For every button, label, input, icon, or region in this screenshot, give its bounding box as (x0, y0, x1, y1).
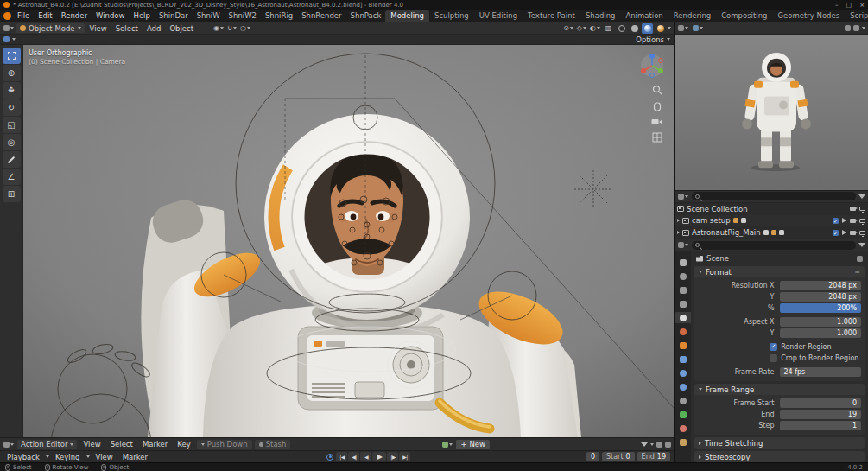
exclude-checkbox[interactable]: ✓ (833, 218, 839, 224)
image-pin-icon[interactable] (845, 25, 851, 31)
camera-view-icon[interactable] (651, 118, 662, 126)
rotate-tool[interactable]: ↻ (3, 99, 21, 116)
timeline-menu-keying[interactable]: Keying (52, 453, 84, 461)
viewport-menu-object[interactable]: Object (166, 24, 197, 33)
viewport-visibility-icon[interactable] (859, 231, 865, 235)
gizmos-icon[interactable]: ◇ (576, 23, 587, 34)
3d-viewport[interactable]: User Orthographic (0) Scene Collection |… (23, 45, 674, 437)
camera-visibility-icon[interactable] (850, 219, 856, 223)
workspace-tab-scripting[interactable]: Scripting (845, 10, 868, 22)
current-frame-field[interactable]: 0 (586, 452, 599, 461)
action-browse-icon[interactable] (441, 439, 453, 449)
play-button[interactable]: ▶ (372, 452, 386, 461)
zoom-icon[interactable] (652, 85, 662, 95)
shading-rendered-button[interactable] (655, 23, 666, 34)
outliner-search-input[interactable] (692, 192, 856, 200)
tab-render[interactable] (675, 271, 691, 282)
frame-step-field[interactable]: 1 (780, 421, 862, 430)
properties-filter-icon[interactable] (858, 243, 865, 247)
image-options-chevron[interactable] (862, 27, 865, 29)
image-channels-icon[interactable] (853, 25, 859, 31)
selectable-icon[interactable] (842, 230, 846, 235)
tab-constraints[interactable] (675, 395, 691, 406)
timeline-menu-playback[interactable]: Playback (3, 453, 43, 461)
jump-to-end-button[interactable]: ▶| (399, 452, 410, 461)
frame-range-panel-header[interactable]: Frame Range (694, 384, 865, 395)
active-tool-icon[interactable] (3, 36, 10, 42)
tab-physics[interactable] (675, 381, 691, 392)
mode-dropdown[interactable]: Object Mode (16, 23, 85, 33)
tab-world[interactable] (675, 326, 691, 337)
properties-editor-icon[interactable] (677, 240, 689, 251)
aspect-y-field[interactable]: 1.000 (780, 328, 862, 338)
camera-visibility-icon[interactable] (850, 231, 856, 235)
tool-settings-chevron[interactable] (12, 38, 16, 41)
visibility-icon[interactable]: ⊙ (562, 23, 574, 34)
workspace-tab-compositing[interactable]: Compositing (716, 10, 772, 22)
close-button[interactable]: × (859, 2, 865, 9)
shading-wireframe-button[interactable] (616, 23, 627, 34)
crop-region-checkbox[interactable] (770, 354, 777, 362)
push-down-button[interactable]: Push Down (197, 440, 252, 449)
format-presets-icon[interactable]: ≡ (854, 268, 860, 276)
exclude-checkbox[interactable]: ✓ (833, 230, 839, 236)
frame-start-field[interactable]: 0 (780, 398, 862, 408)
transform-pivot-icon[interactable]: ◉ (212, 23, 225, 34)
tab-output[interactable] (675, 284, 691, 296)
outliner-editor-icon[interactable] (677, 191, 689, 201)
dopesheet-editor-icon[interactable] (3, 439, 15, 449)
menu-edit[interactable]: Edit (34, 10, 56, 21)
tab-modifiers[interactable] (675, 353, 691, 365)
shading-solid-button[interactable] (629, 23, 640, 34)
navigation-gizmo[interactable] (639, 52, 665, 80)
overlays-icon[interactable]: ◐ (589, 23, 601, 34)
tab-object-data[interactable] (675, 409, 691, 420)
viewport-visibility-icon[interactable] (859, 207, 865, 211)
frame-rate-dropdown[interactable]: 24 fps (780, 367, 862, 377)
new-action-button[interactable]: +New (456, 440, 490, 449)
move-view-icon[interactable] (652, 101, 662, 111)
menu-addon-shindar[interactable]: ShinDar (155, 10, 193, 21)
transform-tool[interactable]: ◎ (3, 134, 21, 150)
dopesheet-menu-marker[interactable]: Marker (139, 440, 171, 449)
workspace-tab-uv-editing[interactable]: UV Editing (474, 10, 523, 22)
snap-magnet-icon[interactable]: ∪ (226, 23, 238, 34)
resolution-x-field[interactable]: 2048 px (780, 281, 862, 290)
shading-popover-chevron[interactable] (668, 27, 671, 29)
next-keyframe-button[interactable]: |▶ (387, 452, 398, 461)
menu-addon-shnpack[interactable]: ShnPack (346, 10, 386, 21)
aspect-x-field[interactable]: 1.000 (780, 317, 862, 327)
tab-material[interactable] (675, 423, 691, 434)
snap-keys-icon[interactable] (656, 442, 662, 448)
filter-chevron[interactable] (650, 443, 654, 446)
frame-end-field[interactable]: End19 (637, 452, 670, 461)
outliner-row-scene-collection[interactable]: Scene Collection (675, 203, 868, 215)
menu-help[interactable]: Help (129, 10, 154, 21)
workspace-tab-geometry-nodes[interactable]: Geometry Nodes (772, 10, 845, 22)
workspace-tab-sculpting[interactable]: Sculpting (429, 10, 474, 22)
menu-addon-shnirig[interactable]: ShniRig (261, 10, 297, 21)
perspective-toggle-icon[interactable] (652, 132, 662, 143)
tab-object[interactable] (675, 340, 691, 351)
menu-addon-shniw[interactable]: ShniW (193, 10, 225, 21)
tab-view-layer[interactable] (675, 298, 691, 309)
scale-tool[interactable]: ◱ (3, 117, 21, 133)
measure-tool[interactable]: ∠ (3, 169, 21, 185)
prev-keyframe-button[interactable]: ◀| (348, 452, 359, 461)
outliner-row-cam-setup[interactable]: cam setup ✓ (675, 215, 868, 227)
menu-window[interactable]: Window (92, 10, 130, 21)
selectable-icon[interactable] (842, 218, 846, 223)
minimize-button[interactable]: – (835, 2, 839, 9)
image-editor-type-icon[interactable] (677, 23, 689, 34)
timeline-menu-view[interactable]: View (92, 453, 117, 461)
viewport-menu-select[interactable]: Select (112, 24, 142, 33)
outliner-filter-icon[interactable] (858, 194, 865, 199)
frame-end-field[interactable]: 19 (780, 410, 862, 419)
move-tool[interactable]: ↔↕ (3, 82, 21, 99)
frame-start-field[interactable]: Start0 (602, 452, 635, 461)
workspace-tab-shading[interactable]: Shading (580, 10, 621, 22)
select-box-tool[interactable] (3, 48, 21, 64)
workspace-tab-rendering[interactable]: Rendering (668, 10, 716, 22)
time-stretching-panel-header[interactable]: Time Stretching (694, 437, 865, 449)
dopesheet-menu-select[interactable]: Select (107, 440, 136, 449)
